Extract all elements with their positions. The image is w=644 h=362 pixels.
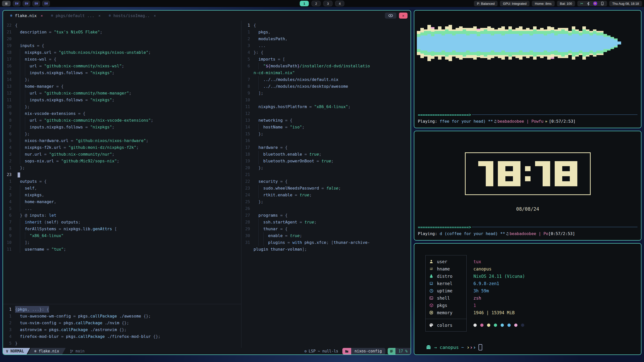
code-line: 16 url = "github:nix-community/nixos-wsl… xyxy=(3,63,241,69)
code-line: 30 enable = true; xyxy=(242,232,411,239)
shell-prompt[interactable]: → canopus ~ ››› xyxy=(426,344,641,350)
song-title: ffee for your head) ** xyxy=(440,119,493,124)
fetch-label: pkgs xyxy=(437,303,447,308)
code-line: 4}: { xyxy=(242,49,411,56)
color-dot xyxy=(494,324,497,327)
viz-column xyxy=(456,28,459,58)
nix-snowflake-icon: ❄ xyxy=(10,13,12,18)
battery-status[interactable]: Bat: 100 xyxy=(557,1,575,6)
viz-column xyxy=(494,29,498,57)
project-name-segment[interactable]: nixos-config xyxy=(351,348,385,354)
project-folder-segment[interactable] xyxy=(342,348,351,354)
tab-hosts-isoImag-[interactable]: ❄hosts/isoImag..✕ xyxy=(105,11,160,21)
code-line: 5 nixos-hardware.url = "github:nixos/nix… xyxy=(3,137,241,144)
pane-flake-nix[interactable]: 22{21 description = "tux's NixOS Flake";… xyxy=(3,21,241,304)
code-line: 4 home-manager, xyxy=(3,198,241,205)
artist-name: beabadoobee | Powfu xyxy=(497,119,543,124)
code-line: 8 ../../modules/nixos/desktop/awesome xyxy=(242,83,411,90)
code-line: 5} xyxy=(3,340,241,347)
viz-column xyxy=(427,25,431,61)
lsp-segment[interactable]: ⚙ LSP ~ null-ls xyxy=(304,348,342,354)
pane-pkgs-default[interactable]: 1{pkgs, ...}: {1 tux-awesome-wm-config =… xyxy=(3,304,241,348)
viz-column xyxy=(434,29,438,57)
song-title: d (coffee for your head) ** xyxy=(440,231,505,236)
ghost-icon xyxy=(426,345,431,350)
tab-close-icon[interactable]: ✕ xyxy=(154,14,156,18)
viz-column xyxy=(568,31,572,55)
folder-icon xyxy=(345,350,349,353)
viz-column xyxy=(477,29,480,57)
separator: =====================> xyxy=(418,111,637,118)
code-line: 20 xyxy=(3,35,241,42)
viz-column xyxy=(480,28,484,58)
code-line: 11 nixpkgs.hostPlatform = "x86_64-linux"… xyxy=(242,103,411,110)
code-line: 1 tux-awesome-wm-config = pkgs.callPacka… xyxy=(3,313,241,320)
code-line: 20 }; xyxy=(242,164,411,171)
status-group: P: Balanced GPU: Integrated Home: 8ms Ba… xyxy=(474,1,642,6)
fetch-value-memory: 1946 | 15394 MiB xyxy=(473,309,528,316)
fetch-label: memory xyxy=(437,310,452,315)
tag-2[interactable]: 2 xyxy=(312,1,321,6)
power-profile-status[interactable]: P: Balanced xyxy=(474,1,498,6)
color-dot xyxy=(514,324,517,327)
viz-column xyxy=(463,28,466,58)
viz-column xyxy=(600,31,603,55)
code-line: 2 self, xyxy=(3,185,241,192)
tag-4[interactable]: 4 xyxy=(335,1,344,6)
code-line: 7 inputs.nixpkgs.follows = "nixpkgs"; xyxy=(3,124,241,130)
firefox-icon[interactable] xyxy=(593,2,597,6)
code-line: n-cd-minimal.nix" xyxy=(242,69,411,76)
viz-column xyxy=(544,29,547,57)
clock-status[interactable]: Thu Aug 08, 18:18 xyxy=(609,1,642,6)
playing-prefix: Playing: xyxy=(418,231,440,236)
scissors-icon[interactable]: ✂ xyxy=(580,2,583,6)
viz-column xyxy=(505,29,508,57)
nix-snowflake-icon: ❄ xyxy=(109,13,111,18)
code-line: 17 hardware = { xyxy=(242,144,411,151)
prompt-chevrons: ››› xyxy=(466,344,476,350)
viz-column xyxy=(512,29,515,57)
code-line: 28 ssh.startAgent = true; xyxy=(242,219,411,225)
gpu-status[interactable]: GPU: Integrated xyxy=(500,1,530,6)
clock-label: Thu Aug 08, 18:18 xyxy=(612,2,639,6)
clock-time xyxy=(478,161,577,186)
code-line: 23 sudo.wheelNeedsPassword = false; xyxy=(242,185,411,192)
workspace-button-3[interactable]: $W xyxy=(32,1,40,6)
code-line: 23 xyxy=(3,171,241,178)
separator-dashes: =====================> xyxy=(418,112,471,117)
close-button[interactable]: ✕ xyxy=(399,13,408,19)
tag-3[interactable]: 3 xyxy=(324,1,333,6)
pane-iso-image[interactable]: 1{1 pkgs,2 modulesPath,3 ...4}: {5 impor… xyxy=(242,21,411,348)
file-label: flake.nix xyxy=(39,349,59,353)
code-line: 14 }; xyxy=(3,76,241,83)
fetch-widget: userhnamedistrokerneluptimeshellpkgsmemo… xyxy=(414,243,641,355)
code-line: 16 xyxy=(242,137,411,144)
git-branch-segment[interactable]: main xyxy=(66,348,85,354)
app-launcher-button[interactable] xyxy=(2,1,11,6)
workspace-button-2[interactable]: $W xyxy=(23,1,30,6)
workspace-button-1[interactable]: $W xyxy=(13,1,20,6)
code-line: 10 xyxy=(242,97,411,103)
code-line: 12 url = "github:nix-community/home-mana… xyxy=(3,90,241,97)
phone-icon[interactable] xyxy=(601,2,604,6)
tab-pkgs-default-[interactable]: ❄pkgs/default ...✕ xyxy=(47,11,105,21)
terminal-cursor xyxy=(478,344,482,350)
tag-1[interactable]: 1 xyxy=(300,1,309,6)
playing-line[interactable]: Playing: ffee for your head) **♫beabadoo… xyxy=(418,118,637,125)
bluetooth-icon[interactable] xyxy=(587,2,590,6)
viz-column xyxy=(586,29,589,57)
workspace-button-4[interactable]: $W xyxy=(42,1,50,6)
music-note-icon: ♫ xyxy=(493,119,498,124)
clock-date: 08/08/24 xyxy=(414,206,641,212)
code-line: 27 programs = { xyxy=(242,212,411,219)
ping-status[interactable]: Home: 8ms xyxy=(532,1,554,6)
tab-close-icon[interactable]: ✕ xyxy=(41,14,43,18)
battery-label: Bat: 100 xyxy=(560,2,572,6)
code-line: 22 security = { xyxy=(242,178,411,185)
color-dot xyxy=(521,324,524,327)
fetch-divider xyxy=(426,319,466,319)
tab-flake-nix[interactable]: ❄flake.nix✕ xyxy=(6,11,47,21)
playing-line[interactable]: Playing: d (coffee for your head) **♫bea… xyxy=(418,230,637,237)
tab-close-icon[interactable]: ✕ xyxy=(98,14,100,18)
toggle-button[interactable] xyxy=(385,13,396,19)
